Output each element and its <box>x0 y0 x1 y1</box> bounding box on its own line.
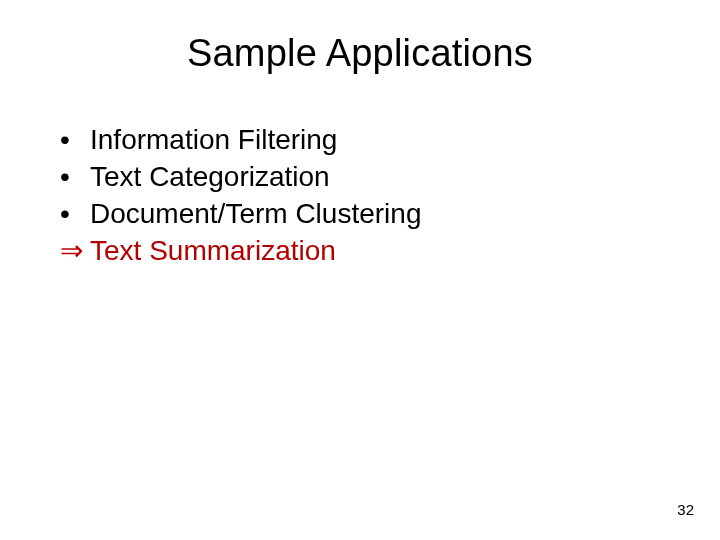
bullet-icon: • <box>60 122 84 157</box>
slide-title: Sample Applications <box>0 32 720 75</box>
arrow-right-icon: ⇒ <box>60 233 84 268</box>
bullet-text: Document/Term Clustering <box>90 196 421 231</box>
bullet-icon: • <box>60 196 84 231</box>
page-number: 32 <box>677 501 694 518</box>
bullet-icon: • <box>60 159 84 194</box>
bullet-text: Text Categorization <box>90 159 330 194</box>
list-item: ⇒ Text Summarization <box>60 233 660 268</box>
bullet-text-highlight: Text Summarization <box>90 233 336 268</box>
bullet-list: • Information Filtering • Text Categoriz… <box>60 122 660 270</box>
list-item: • Information Filtering <box>60 122 660 157</box>
bullet-text: Information Filtering <box>90 122 337 157</box>
list-item: • Document/Term Clustering <box>60 196 660 231</box>
list-item: • Text Categorization <box>60 159 660 194</box>
